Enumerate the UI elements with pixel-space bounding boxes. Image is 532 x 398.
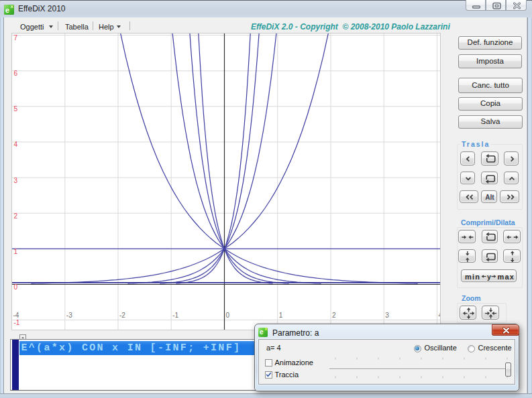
svg-text:-1: -1 [14, 319, 20, 326]
svg-text:7: 7 [14, 34, 18, 42]
svg-text:y: y [487, 273, 491, 281]
svg-text:3: 3 [385, 312, 389, 319]
svg-text:0: 0 [14, 283, 18, 291]
svg-text:min: min [465, 273, 480, 281]
svg-text:1: 1 [14, 248, 18, 255]
svg-text:2: 2 [332, 312, 336, 319]
svg-text:0: 0 [226, 312, 230, 319]
svg-text:-3: -3 [66, 312, 72, 319]
svg-text:-1: -1 [172, 312, 178, 319]
svg-text:4: 4 [439, 312, 441, 319]
svg-text:2: 2 [14, 212, 18, 220]
svg-text:6: 6 [14, 70, 18, 77]
svg-text:5: 5 [14, 105, 18, 113]
svg-text:-2: -2 [119, 312, 125, 319]
svg-text:Alt: Alt [485, 194, 494, 201]
svg-text:-4: -4 [13, 312, 19, 319]
svg-text:1: 1 [279, 312, 283, 319]
svg-text:max: max [498, 273, 515, 281]
svg-text:3: 3 [14, 177, 18, 184]
svg-text:4: 4 [14, 141, 18, 148]
